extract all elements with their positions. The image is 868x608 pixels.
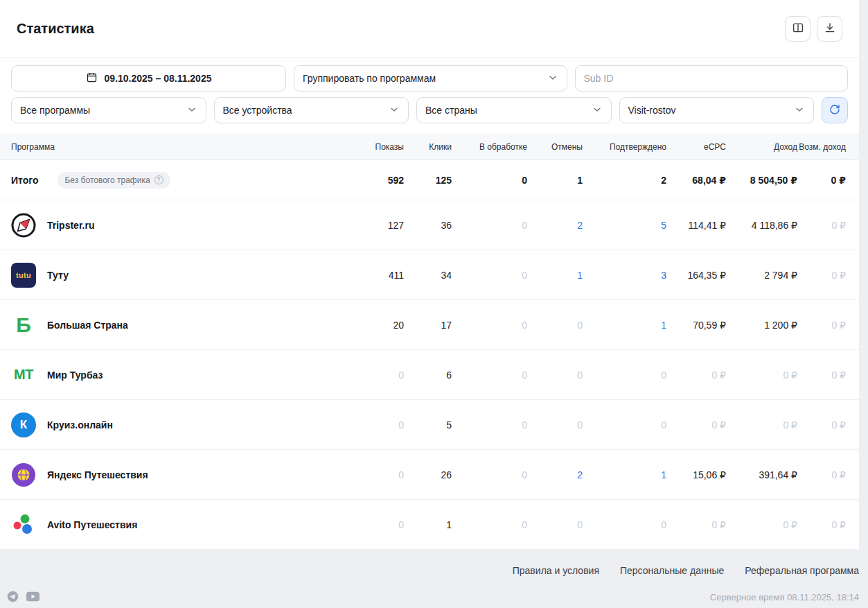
project-select[interactable]: Visit-rostov bbox=[619, 97, 815, 123]
chevron-down-icon bbox=[389, 104, 400, 117]
date-range-value: 09.10.2025 – 08.11.2025 bbox=[105, 73, 212, 84]
program-cell: Яндекс Путешествия bbox=[11, 462, 357, 487]
date-range-picker[interactable]: 09.10.2025 – 08.11.2025 bbox=[11, 65, 286, 92]
confirmed-cell[interactable]: 5 bbox=[583, 220, 666, 231]
youtube-icon[interactable] bbox=[26, 591, 39, 602]
confirmed-cell[interactable]: 1 bbox=[583, 469, 666, 480]
impressions-cell: 0 bbox=[357, 370, 404, 381]
help-icon[interactable]: ? bbox=[154, 175, 163, 184]
total-label: Итого bbox=[11, 175, 38, 186]
confirmed-cell[interactable]: 3 bbox=[583, 270, 666, 281]
filters: 09.10.2025 – 08.11.2025 Группировать по … bbox=[0, 58, 859, 134]
program-cell: К Круиз.онлайн bbox=[11, 412, 357, 437]
stats-table: Программа Показы Клики В обработке Отмен… bbox=[0, 134, 859, 550]
total-cancelled: 1 bbox=[527, 175, 583, 186]
total-row: Итого Без ботового трафика ? 592 125 0 1… bbox=[0, 160, 859, 200]
layout-columns-button[interactable] bbox=[785, 16, 811, 42]
terms-link[interactable]: Правила и условия bbox=[513, 565, 599, 576]
possible-income-cell: 0 ₽ bbox=[797, 519, 846, 530]
program-cell: МТ Мир Турбаз bbox=[11, 363, 357, 388]
program-cell: Б Большая Страна bbox=[11, 313, 357, 338]
telegram-icon[interactable] bbox=[7, 591, 19, 602]
page-footer: Правила и условия Персональные данные Ре… bbox=[0, 550, 868, 608]
calendar-icon bbox=[86, 71, 98, 85]
filter-row-1: 09.10.2025 – 08.11.2025 Группировать по … bbox=[11, 65, 848, 92]
sub-id-input[interactable] bbox=[575, 65, 849, 92]
program-cell: tutu Туту bbox=[11, 263, 357, 288]
col-processing: В обработке bbox=[452, 138, 527, 157]
possible-income-cell: 0 ₽ bbox=[797, 270, 846, 281]
table-row: МТ Мир Турбаз 0 6 0 0 0 0 ₽ 0 ₽ 0 ₽ bbox=[0, 350, 859, 400]
processing-cell: 0 bbox=[452, 320, 527, 331]
program-cell: Tripster.ru bbox=[11, 213, 357, 238]
cancelled-cell[interactable]: 2 bbox=[527, 220, 583, 231]
table-row: tutu Туту 411 34 0 1 3 164,35 ₽ 2 794 ₽ … bbox=[0, 250, 859, 300]
program-name: Туту bbox=[47, 270, 69, 281]
refresh-icon bbox=[829, 103, 841, 118]
possible-income-cell: 0 ₽ bbox=[797, 469, 846, 480]
mir-turbaz-logo-icon: МТ bbox=[11, 363, 36, 388]
chevron-down-icon bbox=[794, 104, 805, 117]
programs-select[interactable]: Все программы bbox=[11, 97, 206, 123]
col-program: Программа bbox=[11, 138, 357, 157]
total-processing: 0 bbox=[452, 175, 527, 186]
bolshaya-strana-logo-icon: Б bbox=[11, 313, 36, 338]
badge-label: Без ботового трафика bbox=[64, 175, 150, 185]
confirmed-cell[interactable]: 1 bbox=[583, 320, 666, 331]
social-links bbox=[7, 591, 39, 602]
processing-cell: 0 bbox=[452, 220, 527, 231]
referral-program-link[interactable]: Реферальная программа bbox=[745, 565, 859, 576]
group-by-select[interactable]: Группировать по программам bbox=[294, 65, 567, 92]
col-clicks: Клики bbox=[404, 138, 452, 157]
possible-income-cell: 0 ₽ bbox=[797, 419, 846, 431]
cancelled-cell[interactable]: 2 bbox=[527, 469, 583, 480]
ecpc-cell: 164,35 ₽ bbox=[666, 270, 726, 281]
cancelled-cell[interactable]: 1 bbox=[527, 270, 583, 281]
group-by-value: Группировать по программам bbox=[303, 73, 436, 84]
download-button[interactable] bbox=[817, 16, 842, 42]
total-income: 8 504,50 ₽ bbox=[726, 175, 797, 186]
devices-select[interactable]: Все устройства bbox=[214, 97, 409, 123]
program-name: Мир Турбаз bbox=[47, 370, 103, 381]
topbar-actions bbox=[785, 16, 842, 42]
ecpc-cell: 0 ₽ bbox=[666, 519, 726, 530]
devices-value: Все устройства bbox=[223, 105, 292, 116]
no-bot-traffic-badge: Без ботового трафика ? bbox=[57, 172, 170, 189]
table-row: Avito Путешествия 0 1 0 0 0 0 ₽ 0 ₽ 0 ₽ bbox=[0, 500, 859, 550]
impressions-cell: 0 bbox=[357, 519, 404, 530]
avito-logo-icon bbox=[11, 512, 36, 537]
ecpc-cell: 0 ₽ bbox=[666, 419, 726, 431]
program-name: Круиз.онлайн bbox=[47, 419, 113, 431]
personal-data-link[interactable]: Персональные данные bbox=[620, 565, 724, 576]
chevron-down-icon bbox=[592, 104, 603, 117]
ecpc-cell: 15,06 ₽ bbox=[666, 469, 726, 480]
col-ecpc: eCPC bbox=[666, 138, 726, 157]
cancelled-cell: 0 bbox=[527, 419, 583, 431]
income-cell: 391,64 ₽ bbox=[726, 469, 797, 480]
processing-cell: 0 bbox=[452, 419, 527, 431]
footer-bottom: Серверное время 08.11.2025, 18:14 bbox=[7, 591, 859, 602]
columns-icon bbox=[792, 21, 804, 36]
col-income: Доход bbox=[726, 138, 797, 157]
table-row: К Круиз.онлайн 0 5 0 0 0 0 ₽ 0 ₽ 0 ₽ bbox=[0, 400, 859, 450]
chevron-down-icon bbox=[547, 72, 558, 85]
possible-income-cell: 0 ₽ bbox=[797, 220, 846, 231]
table-row: Яндекс Путешествия 0 26 0 2 1 15,06 ₽ 39… bbox=[0, 450, 859, 500]
income-cell: 1 200 ₽ bbox=[726, 320, 797, 331]
filter-row-2: Все программы Все устройства Все страны bbox=[11, 97, 848, 123]
processing-cell: 0 bbox=[452, 270, 527, 281]
table-header: Программа Показы Клики В обработке Отмен… bbox=[0, 134, 859, 160]
countries-select[interactable]: Все страны bbox=[416, 97, 612, 123]
program-name: Avito Путешествия bbox=[47, 519, 137, 530]
server-time: Серверное время 08.11.2025, 18:14 bbox=[710, 592, 859, 602]
topbar: Статистика bbox=[0, 0, 859, 58]
refresh-button[interactable] bbox=[822, 97, 848, 123]
tutu-logo-icon: tutu bbox=[11, 263, 36, 288]
project-value: Visit-rostov bbox=[628, 105, 676, 116]
yandex-travel-logo-icon bbox=[11, 462, 36, 487]
impressions-cell: 20 bbox=[357, 320, 404, 331]
kruiz-online-logo-icon: К bbox=[11, 412, 36, 437]
program-cell: Avito Путешествия bbox=[11, 512, 357, 537]
clicks-cell: 36 bbox=[404, 220, 452, 231]
tripster-logo-icon bbox=[11, 213, 36, 238]
